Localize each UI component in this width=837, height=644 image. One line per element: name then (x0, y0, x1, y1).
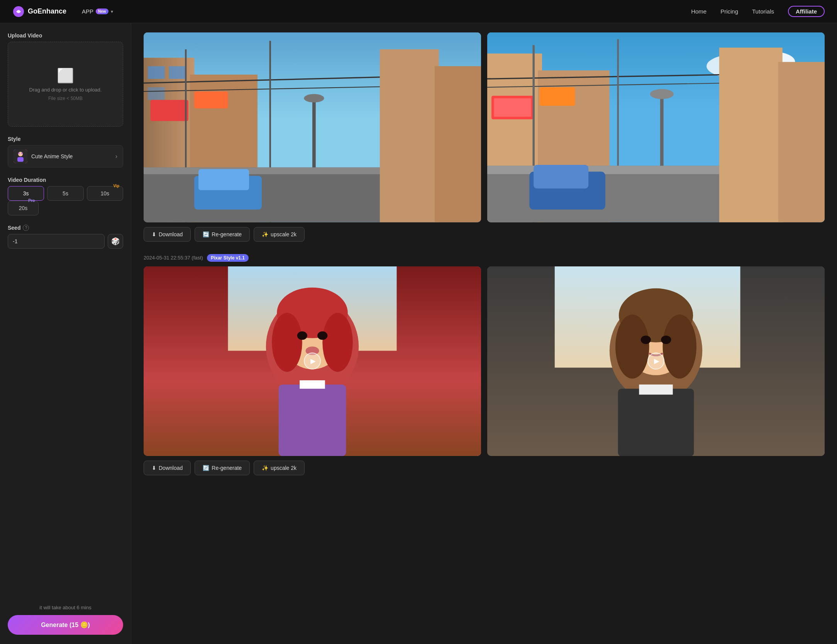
svg-point-68 (641, 336, 651, 344)
download-icon-1: ⬇ (152, 231, 156, 237)
nav-links: Home Pricing Tutorials Affiliate (691, 6, 825, 17)
regenerate-label-2: Re-generate (212, 465, 242, 471)
style-badge-2: Pixar Style v1.1 (207, 254, 249, 262)
action-row-2: ⬇ Download 🔄 Re-generate ✨ upscale 2k (144, 461, 825, 475)
svg-rect-26 (312, 100, 316, 168)
video-pair-1 (144, 32, 825, 222)
nav-tutorials[interactable]: Tutorials (752, 8, 774, 15)
nav-pricing[interactable]: Pricing (720, 8, 738, 15)
svg-rect-23 (198, 169, 249, 190)
upload-section: Upload Video ⬜ Drag and drop or click to… (8, 32, 123, 127)
svg-rect-12 (169, 66, 186, 79)
timestamp-row-2: 2024-05-31 22:55:37 (fast) Pixar Style v… (144, 254, 825, 262)
regenerate-button-2[interactable]: 🔄 Re-generate (195, 461, 250, 475)
video-card-2: 2024-05-31 22:55:37 (fast) Pixar Style v… (144, 254, 825, 476)
style-thumbnail (14, 149, 27, 163)
video-pair-2: ▶ (144, 266, 825, 456)
logo-icon (12, 5, 25, 18)
svg-rect-46 (778, 62, 825, 222)
duration-20s[interactable]: 20s Pro (8, 201, 39, 215)
duration-bottom-row: 20s Pro (8, 201, 123, 215)
download-icon-2: ⬇ (152, 465, 156, 471)
duration-grid: 3s 5s 10s Vip (8, 186, 123, 201)
upscale-label-1: upscale 2k (271, 231, 297, 237)
svg-point-69 (661, 336, 671, 344)
regenerate-label-1: Re-generate (212, 231, 242, 237)
nav-home[interactable]: Home (691, 8, 707, 15)
svg-rect-24 (380, 49, 439, 222)
video-thumb-girl-left: ▶ (144, 266, 481, 456)
play-button-left[interactable]: ▶ (304, 353, 321, 369)
upload-icon: ⬜ (57, 68, 74, 84)
new-badge: New (96, 8, 108, 14)
time-estimate: it will take about 6 mins (39, 605, 91, 610)
play-icon-right: ▶ (654, 357, 659, 365)
svg-rect-11 (148, 66, 165, 79)
duration-5s[interactable]: 5s (47, 186, 83, 201)
logo-text: GoEnhance (28, 7, 66, 15)
anime-scene-left (144, 32, 481, 222)
svg-rect-3 (17, 157, 24, 162)
video-card-1: ⬇ Download 🔄 Re-generate ✨ upscale 2k (144, 32, 825, 242)
logo-area[interactable]: GoEnhance (12, 5, 66, 18)
svg-rect-60 (300, 380, 325, 389)
svg-point-5 (21, 153, 23, 154)
video-thumb-anime-left (144, 32, 481, 222)
download-button-2[interactable]: ⬇ Download (144, 461, 191, 475)
svg-rect-15 (194, 92, 228, 108)
svg-rect-25 (435, 66, 481, 222)
upscale-icon-1: ✨ (262, 231, 268, 237)
duration-section: Video Duration 3s 5s 10s Vip 20s Pro (8, 177, 123, 215)
nav-app-button[interactable]: APP New ▾ (82, 8, 113, 15)
style-thumb-icon (14, 149, 27, 163)
play-button-right[interactable]: ▶ (647, 353, 664, 369)
svg-point-66 (615, 314, 649, 378)
svg-rect-47 (660, 96, 664, 166)
download-label-1: Download (159, 231, 183, 237)
svg-point-54 (272, 313, 302, 372)
seed-help-icon[interactable]: ? (23, 225, 29, 231)
action-row-1: ⬇ Download 🔄 Re-generate ✨ upscale 2k (144, 227, 825, 242)
svg-point-2 (18, 152, 23, 156)
style-chevron-icon: › (115, 153, 117, 160)
download-label-2: Download (159, 465, 183, 471)
play-icon-left: ▶ (310, 357, 316, 365)
upscale-button-1[interactable]: ✨ upscale 2k (254, 227, 305, 242)
style-section: Style Cute Anime Style › (8, 136, 123, 168)
svg-point-27 (304, 94, 324, 103)
duration-10s[interactable]: 10s Vip (87, 186, 123, 201)
svg-rect-36 (539, 87, 575, 106)
svg-rect-13 (148, 87, 165, 100)
svg-rect-35 (494, 98, 531, 117)
style-selector[interactable]: Cute Anime Style › (8, 145, 123, 168)
upscale-icon-2: ✨ (262, 465, 268, 471)
svg-rect-45 (719, 47, 783, 222)
svg-point-55 (322, 313, 353, 372)
main-layout: Upload Video ⬜ Drag and drop or click to… (0, 23, 837, 644)
nav-affiliate[interactable]: Affiliate (788, 6, 825, 17)
duration-section-label: Video Duration (8, 177, 123, 183)
seed-label: Seed (8, 225, 20, 231)
svg-rect-59 (279, 385, 346, 456)
timestamp-2: 2024-05-31 22:55:37 (fast) (144, 255, 203, 261)
generate-button[interactable]: Generate (15 🪙) (8, 615, 123, 635)
upload-zone[interactable]: ⬜ Drag and drop or click to upload. File… (8, 42, 123, 127)
seed-input-row: 🎲 (8, 234, 123, 249)
seed-input[interactable] (8, 234, 105, 249)
regenerate-button-1[interactable]: 🔄 Re-generate (195, 227, 250, 242)
duration-3s[interactable]: 3s (8, 186, 44, 201)
video-thumb-anime-right (487, 32, 825, 222)
upload-hint: Drag and drop or click to upload. (29, 87, 102, 93)
vip-badge: Vip (112, 183, 121, 188)
sidebar: Upload Video ⬜ Drag and drop or click to… (0, 23, 131, 644)
upscale-button-2[interactable]: ✨ upscale 2k (254, 461, 305, 475)
download-button-1[interactable]: ⬇ Download (144, 227, 191, 242)
svg-point-48 (650, 89, 674, 99)
svg-rect-71 (639, 385, 673, 395)
svg-point-56 (297, 331, 307, 340)
chevron-down-icon: ▾ (111, 9, 113, 14)
svg-point-67 (662, 314, 696, 378)
app-label: APP (82, 8, 93, 15)
seed-dice-button[interactable]: 🎲 (108, 234, 123, 249)
style-section-label: Style (8, 136, 123, 142)
